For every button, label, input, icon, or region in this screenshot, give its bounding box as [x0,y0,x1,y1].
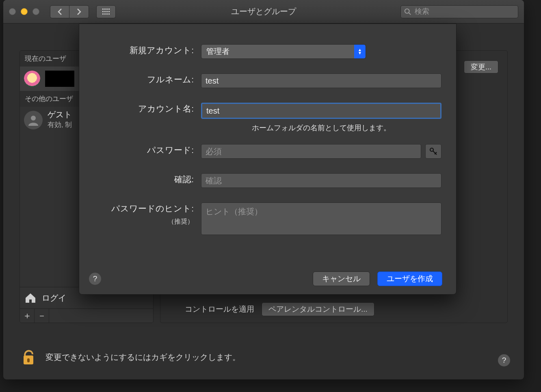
lock-row: 変更できないようにするにはカギをクリックします。 [21,348,240,366]
svg-point-16 [430,148,433,151]
fullname-input[interactable] [201,73,441,88]
svg-rect-10 [106,13,108,15]
key-icon [429,147,438,156]
search-field[interactable] [400,5,518,18]
home-icon [24,291,37,304]
help-button[interactable]: ? [498,354,510,366]
sheet-help-button[interactable]: ? [89,273,101,285]
lock-hint-text: 変更できないようにするにはカギをクリックします。 [45,352,240,363]
password-input[interactable] [201,144,421,159]
svg-rect-6 [106,11,108,12]
zoom-icon[interactable] [32,8,39,15]
search-input[interactable] [415,7,515,16]
svg-rect-15 [27,358,30,362]
select-value: 管理者 [206,46,229,57]
open-parental-controls-button[interactable]: ペアレンタルコントロール... [262,302,374,316]
fullname-label: フルネーム: [79,73,201,86]
account-name-hint: ホームフォルダの名前として使用します。 [201,123,441,133]
new-account-type-select[interactable]: 管理者 ▲▼ [201,44,366,59]
svg-rect-0 [102,9,104,10]
add-user-button[interactable]: ＋ [20,309,35,323]
svg-rect-11 [108,13,110,15]
remove-user-button[interactable]: － [35,309,49,323]
guest-subtitle: 有効, 制 [48,120,72,128]
svg-rect-9 [104,13,106,15]
password-label: パスワード: [79,144,201,156]
svg-rect-7 [108,11,110,12]
svg-point-12 [405,9,409,13]
minimize-icon[interactable] [21,8,28,15]
hint-textarea[interactable] [201,202,441,235]
svg-rect-3 [108,9,110,10]
account-name-label: アカウント名: [79,103,201,115]
change-password-button[interactable]: 変更... [464,60,498,73]
parental-apply-label: コントロールを適用 [185,304,254,314]
create-user-button[interactable]: ユーザを作成 [377,271,442,286]
nav-back-forward [50,5,89,18]
svg-rect-5 [104,11,106,12]
chevron-updown-icon: ▲▼ [354,45,366,58]
guest-title: ゲスト [48,111,72,120]
password-assistant-button[interactable] [425,144,441,159]
forward-button[interactable] [69,5,89,18]
login-options-label: ログイ [42,293,66,304]
svg-point-13 [31,116,36,121]
account-name-input[interactable] [201,103,441,119]
svg-rect-2 [106,9,108,10]
new-user-sheet: 新規アカウント: 管理者 ▲▼ フルネーム: アカウント名: ホームフォルダの名… [79,24,457,295]
svg-rect-8 [102,13,104,15]
hint-label: パスワードのヒント: （推奨） [79,202,201,228]
verify-input[interactable] [201,173,441,188]
unlocked-padlock-icon[interactable] [21,348,36,366]
cancel-button[interactable]: キャンセル [313,271,370,286]
verify-label: 確認: [79,173,201,185]
close-icon[interactable] [9,8,16,15]
svg-rect-4 [102,11,104,12]
back-button[interactable] [50,5,69,18]
search-icon [404,8,411,15]
parental-controls-row: コントロールを適用 ペアレンタルコントロール... [185,302,374,316]
avatar [24,71,40,87]
svg-rect-1 [104,9,106,10]
username-redacted [45,71,74,87]
show-all-button[interactable] [96,5,116,18]
titlebar: ユーザとグループ [3,0,524,24]
new-account-label: 新規アカウント: [79,44,201,56]
users-groups-window: ユーザとグループ 現在のユーザ その他のユーザ ゲスト 有効, 制 [3,0,524,379]
guest-avatar-icon [24,111,43,129]
window-controls [9,8,39,15]
